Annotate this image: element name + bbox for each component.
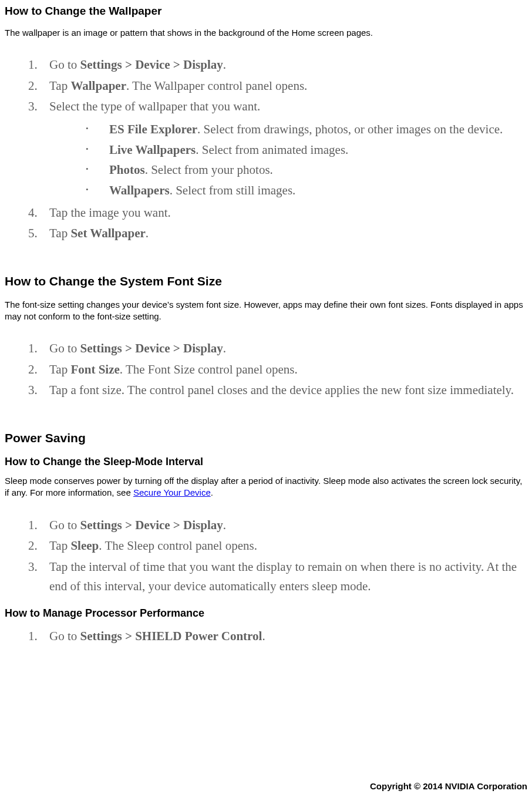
step-text: Select the type of wallpaper that you wa…	[49, 99, 260, 113]
list-item: Live Wallpapers. Select from animated im…	[86, 140, 527, 160]
intro-sleep-mode: Sleep mode conserves power by turning of…	[5, 475, 527, 499]
list-text: . Select from still images.	[170, 183, 296, 197]
step-text: Tap a font size. The control panel close…	[49, 383, 514, 397]
step-text: Go to	[49, 629, 80, 643]
step-item: Tap a font size. The control panel close…	[28, 381, 527, 401]
step-bold: Settings > Device > Display	[80, 58, 223, 72]
step-text: Tap	[49, 79, 70, 93]
step-text: .	[146, 226, 149, 240]
step-text: Go to	[49, 58, 80, 72]
steps-font-size: Go to Settings > Device > Display. Tap F…	[28, 339, 527, 401]
step-text: Go to	[49, 518, 80, 532]
list-bold: Live Wallpapers	[109, 143, 196, 157]
list-text: . Select from animated images.	[196, 143, 348, 157]
list-item: Photos. Select from your photos.	[86, 160, 527, 180]
step-text: Tap	[49, 362, 70, 376]
wallpaper-types-list: ES File Explorer. Select from drawings, …	[86, 119, 527, 201]
step-text: .	[223, 58, 226, 72]
step-bold: Set Wallpaper	[70, 226, 145, 240]
step-text: . The Wallpaper control panel opens.	[126, 79, 307, 93]
step-text: Tap the image you want.	[49, 206, 171, 220]
step-text: . The Font Size control panel opens.	[120, 362, 298, 376]
step-text: Tap	[49, 226, 70, 240]
step-text: . The Sleep control panel opens.	[99, 539, 257, 553]
list-bold: Photos	[109, 163, 145, 177]
intro-text-part: .	[211, 487, 213, 497]
step-item: Go to Settings > Device > Display.	[28, 516, 527, 536]
heading-processor-performance: How to Manage Processor Performance	[5, 607, 527, 620]
heading-wallpaper: How to Change the Wallpaper	[5, 5, 527, 18]
step-bold: Settings > Device > Display	[80, 518, 223, 532]
step-text: .	[262, 629, 265, 643]
intro-text-part: Sleep mode conserves power by turning of…	[5, 476, 522, 497]
step-text: Tap	[49, 539, 70, 553]
secure-device-link[interactable]: Secure Your Device	[133, 487, 211, 497]
intro-wallpaper: The wallpaper is an image or pattern tha…	[5, 27, 527, 39]
list-text: . Select from drawings, photos, or other…	[197, 122, 503, 136]
list-bold: ES File Explorer	[109, 122, 197, 136]
step-text: .	[223, 518, 226, 532]
step-bold: Settings > SHIELD Power Control	[80, 629, 262, 643]
heading-font-size: How to Change the System Font Size	[5, 274, 527, 288]
step-item: Go to Settings > SHIELD Power Control.	[28, 627, 527, 647]
step-bold: Settings > Device > Display	[80, 341, 223, 355]
heading-power-saving: Power Saving	[5, 431, 527, 445]
step-bold: Wallpaper	[70, 79, 126, 93]
step-item: Go to Settings > Device > Display.	[28, 55, 527, 75]
step-item: Go to Settings > Device > Display.	[28, 339, 527, 359]
step-text: .	[223, 341, 226, 355]
step-item: Tap Set Wallpaper.	[28, 224, 527, 244]
step-text: Tap the interval of time that you want t…	[49, 560, 517, 594]
intro-font-size: The font-size setting changes your devic…	[5, 299, 527, 323]
list-item: ES File Explorer. Select from drawings, …	[86, 119, 527, 140]
copyright-footer: Copyright © 2014 NVIDIA Corporation	[370, 781, 527, 791]
step-bold: Font Size	[70, 362, 119, 376]
steps-sleep-mode: Go to Settings > Device > Display. Tap S…	[28, 516, 527, 597]
step-item: Tap Sleep. The Sleep control panel opens…	[28, 536, 527, 556]
step-text: Go to	[49, 341, 80, 355]
list-bold: Wallpapers	[109, 183, 170, 197]
list-item: Wallpapers. Select from still images.	[86, 180, 527, 201]
steps-processor-performance: Go to Settings > SHIELD Power Control.	[28, 627, 527, 647]
steps-wallpaper: Go to Settings > Device > Display. Tap W…	[28, 55, 527, 244]
step-bold: Sleep	[70, 539, 99, 553]
step-item: Select the type of wallpaper that you wa…	[28, 97, 527, 200]
step-item: Tap the image you want.	[28, 203, 527, 223]
list-text: . Select from your photos.	[145, 163, 273, 177]
step-item: Tap the interval of time that you want t…	[28, 557, 527, 597]
step-item: Tap Wallpaper. The Wallpaper control pan…	[28, 76, 527, 96]
heading-sleep-mode: How to Change the Sleep-Mode Interval	[5, 456, 527, 468]
step-item: Tap Font Size. The Font Size control pan…	[28, 360, 527, 380]
